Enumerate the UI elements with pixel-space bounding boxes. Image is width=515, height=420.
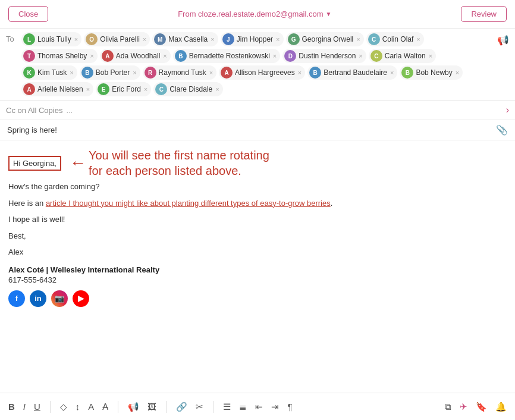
recipient-chip: OOlivia Parelli× — [84, 32, 150, 46]
greeting-box: Hi Georgina, — [8, 156, 61, 171]
recipient-remove-button[interactable]: × — [273, 52, 277, 59]
body-line-1: How's the garden coming? — [8, 181, 507, 193]
annotation-text: You will see the first name rotating for… — [89, 148, 269, 178]
font-color-icon[interactable]: ◇ — [60, 402, 67, 412]
send-icon[interactable]: ✈ — [460, 402, 467, 412]
recipient-name: Louis Tully — [37, 35, 71, 43]
instagram-icon[interactable]: 📷 — [51, 290, 68, 307]
speaker-tool-icon[interactable]: 📢 — [128, 402, 139, 412]
recipient-avatar: O — [86, 33, 98, 45]
recipient-remove-button[interactable]: × — [429, 52, 432, 59]
recipient-chip: AAllison Hargreeves× — [219, 65, 305, 80]
recipient-name: Allison Hargreeves — [235, 68, 295, 77]
recipient-remove-button[interactable]: × — [70, 69, 73, 76]
cc-label: Cc on All Copies — [6, 106, 62, 115]
recipient-remove-button[interactable]: × — [215, 86, 219, 93]
bookmark-icon[interactable]: 🔖 — [476, 402, 487, 412]
recipient-avatar: B — [309, 67, 321, 79]
underline-icon[interactable]: U — [34, 402, 40, 412]
cc-dots: ... — [66, 106, 73, 115]
font-family-icon[interactable]: A — [88, 402, 94, 412]
recipient-avatar: K — [23, 67, 35, 79]
recipient-remove-button[interactable]: × — [359, 52, 362, 59]
close-button[interactable]: Close — [8, 6, 48, 22]
layers-icon[interactable]: ⧉ — [445, 402, 451, 412]
recipient-avatar: C — [368, 33, 380, 45]
italic-icon[interactable]: I — [23, 402, 26, 412]
recipient-remove-button[interactable]: × — [390, 69, 394, 76]
para-icon[interactable]: ¶ — [287, 402, 292, 412]
facebook-icon[interactable]: f — [8, 290, 25, 307]
recipient-remove-button[interactable]: × — [90, 52, 93, 59]
scissors-icon[interactable]: ✂ — [196, 402, 203, 412]
recipient-name: Jim Hopper — [237, 35, 273, 43]
recipient-remove-button[interactable]: × — [133, 69, 136, 76]
recipient-avatar: J — [222, 33, 234, 45]
signature-block: Alex Coté | Wellesley International Real… — [8, 265, 507, 307]
recipient-remove-button[interactable]: × — [143, 36, 146, 43]
recipient-name: Olivia Parelli — [100, 35, 140, 43]
youtube-icon[interactable]: ▶ — [73, 290, 89, 307]
recipient-avatar: D — [284, 50, 296, 62]
to-label: To — [6, 32, 18, 43]
attach-icon[interactable]: 📎 — [496, 124, 508, 136]
speaker-icon[interactable]: 📢 — [497, 32, 509, 46]
indent-icon[interactable]: ⇥ — [271, 402, 279, 412]
recipient-chip: KKim Tusk× — [21, 65, 77, 80]
recipient-name: Bob Porter — [96, 68, 130, 77]
font-size-icon[interactable]: ↕ — [76, 402, 80, 412]
recipient-remove-button[interactable]: × — [276, 36, 280, 43]
recipient-avatar: A — [23, 83, 35, 95]
subject-text: Spring is here! — [7, 126, 57, 134]
recipient-chip: CCarla Walton× — [369, 49, 436, 63]
recipient-remove-button[interactable]: × — [163, 52, 167, 59]
recipient-remove-button[interactable]: × — [74, 36, 78, 43]
recipient-avatar: T — [23, 50, 35, 62]
link-icon[interactable]: 🔗 — [176, 402, 187, 412]
recipient-chip: BBob Newby× — [400, 65, 463, 80]
recipient-chip: CClare Disdale× — [153, 82, 222, 96]
recipient-chip: BBernadette Rostenkowski× — [173, 49, 281, 63]
recipient-remove-button[interactable]: × — [456, 69, 459, 76]
recipient-name: Clare Disdale — [169, 85, 212, 93]
recipient-chip: TThomas Shelby× — [21, 49, 98, 63]
recipient-remove-button[interactable]: × — [86, 86, 90, 93]
recipients-list: LLouis Tully×OOlivia Parelli×MMax Casell… — [21, 32, 494, 96]
toolbar-sep-3 — [166, 401, 167, 413]
bell-icon[interactable]: 🔔 — [495, 402, 507, 412]
ul-icon[interactable]: ☰ — [223, 402, 231, 412]
sig-phone: 617-555-6432 — [8, 275, 507, 284]
review-button[interactable]: Review — [461, 6, 507, 22]
image-icon[interactable]: 🖼 — [147, 402, 156, 412]
greeting-line: Hi Georgina, ← You will see the first na… — [8, 148, 507, 178]
ol-icon[interactable]: ≣ — [239, 402, 247, 412]
arrow-annotation: ← You will see the first name rotating f… — [70, 148, 269, 178]
recipient-avatar: A — [221, 67, 233, 79]
from-dropdown-arrow[interactable]: ▼ — [326, 11, 332, 17]
bold-icon[interactable]: B — [8, 402, 15, 412]
strikethrough-icon[interactable]: A̶ — [102, 402, 108, 412]
recipient-name: Max Casella — [168, 35, 208, 43]
recipient-remove-button[interactable]: × — [209, 69, 213, 76]
recipient-avatar: B — [401, 67, 413, 79]
recipient-avatar: B — [175, 50, 187, 62]
recipient-remove-button[interactable]: × — [416, 36, 420, 43]
outdent-icon[interactable]: ⇤ — [255, 402, 263, 412]
from-address: From cloze.real.estate.demo2@gmail.com ▼ — [178, 10, 331, 18]
recipient-chip: RRaymond Tusk× — [143, 65, 216, 80]
recipient-name: Georgina Orwell — [302, 35, 354, 43]
recipient-remove-button[interactable]: × — [356, 36, 360, 43]
recipient-chip: BBob Porter× — [80, 65, 140, 80]
recipient-remove-button[interactable]: × — [211, 36, 214, 43]
body-line-3: I hope all is well! — [8, 214, 507, 225]
social-icons: f in 📷 ▶ — [8, 290, 507, 307]
article-link[interactable]: article I thought you might like about p… — [46, 199, 331, 208]
recipient-remove-button[interactable]: × — [144, 86, 147, 93]
toolbar-sep-1 — [50, 401, 51, 413]
recipient-remove-button[interactable]: × — [298, 69, 302, 76]
recipient-name: Dustin Henderson — [299, 52, 356, 60]
cc-chevron-icon[interactable]: › — [506, 105, 509, 115]
recipient-chip: MMax Casella× — [152, 32, 218, 46]
recipient-chip: AArielle Nielsen× — [21, 82, 93, 96]
linkedin-icon[interactable]: in — [30, 290, 46, 307]
